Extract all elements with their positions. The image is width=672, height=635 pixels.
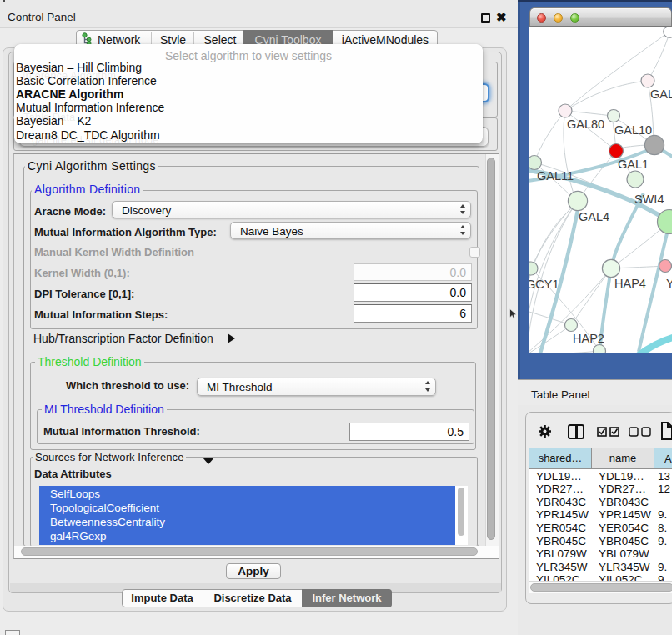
svg-text:GAL80: GAL80: [567, 118, 604, 131]
svg-text:GAL1: GAL1: [618, 158, 649, 171]
svg-text:SWI4: SWI4: [634, 192, 664, 206]
svg-text:GAL4: GAL4: [579, 210, 609, 223]
svg-text:GAL10: GAL10: [614, 123, 652, 137]
svg-text:HAP4: HAP4: [614, 277, 646, 290]
svg-text:GCY1: GCY1: [529, 278, 559, 291]
svg-text:GAL7: GAL7: [650, 88, 672, 101]
svg-text:YM: YM: [666, 277, 672, 290]
svg-text:HAP2: HAP2: [573, 332, 604, 345]
svg-text:GAL11: GAL11: [537, 169, 574, 182]
